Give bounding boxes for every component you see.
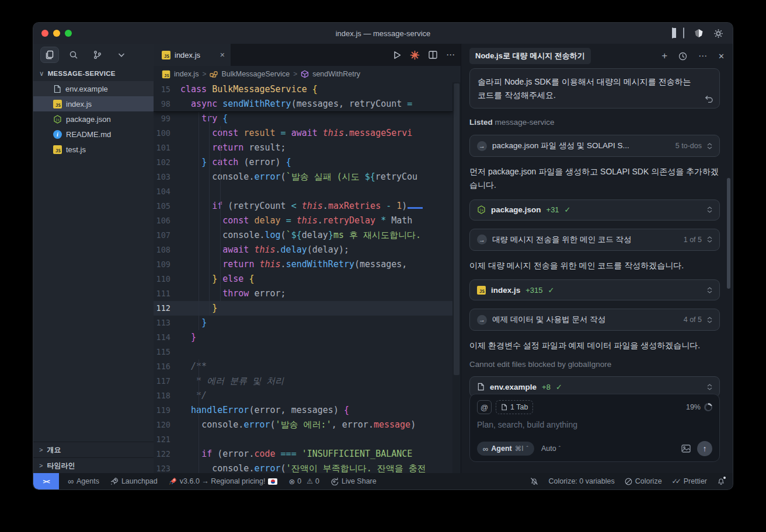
chevron-down-icon[interactable] (112, 47, 131, 63)
js-file-icon: JS (477, 286, 486, 295)
split-editor-icon[interactable] (429, 51, 437, 59)
history-icon[interactable] (678, 52, 687, 61)
colorize-variables-item[interactable]: Colorize: 0 variables (548, 477, 614, 485)
maximize-window-button[interactable] (65, 30, 72, 37)
code-line: 114 } (154, 330, 461, 345)
cube-icon[interactable] (694, 29, 704, 38)
restore-checkpoint-icon[interactable] (705, 95, 713, 103)
chat-header: Node.js로 대량 메시지 전송하기 + ⋯ ✕ (461, 44, 733, 64)
tab-index-js[interactable]: JS index.js × (154, 44, 231, 66)
file-icon (477, 383, 485, 391)
code-line: 109 return this.sendWithRetry(messages, (154, 257, 461, 272)
toggle-panel-icon[interactable] (683, 28, 684, 38)
activity-bar (33, 44, 154, 66)
code-line: 118 */ (154, 388, 461, 403)
outline-section[interactable]: > 개요 (33, 442, 154, 457)
problems-status-item[interactable]: ⊗ 0 ⚠ 0 (288, 477, 319, 486)
timeline-section[interactable]: > 타임라인 (33, 457, 154, 473)
expand-icon[interactable] (707, 317, 712, 323)
starburst-icon[interactable] (410, 50, 420, 60)
close-window-button[interactable] (41, 30, 48, 37)
js-file-icon: JS (162, 70, 170, 78)
todo-card-2[interactable]: → 대량 메시지 전송을 위한 메인 코드 작성 1 of 5 (469, 229, 720, 251)
toggle-primary-sidebar-icon[interactable] (672, 28, 673, 38)
svg-text:js: js (479, 208, 484, 212)
image-attach-icon[interactable] (681, 444, 691, 453)
editor-scrollbar[interactable] (452, 82, 461, 473)
code-line: 111 throw error; (154, 286, 461, 301)
code-editor[interactable]: 15class BulkMessageService {98 async sen… (154, 82, 461, 473)
remote-indicator[interactable]: >< (33, 473, 59, 489)
check-icon: ✓ (556, 383, 562, 391)
bell-icon[interactable] (717, 477, 725, 485)
mention-button[interactable]: @ (477, 400, 492, 414)
explorer-icon[interactable] (40, 47, 59, 63)
code-line: 110 } else { (154, 272, 461, 286)
code-line: 113 } (154, 316, 461, 330)
file-row-package-json[interactable]: js package.json (33, 111, 154, 127)
todo-card-1[interactable]: → package.json 파일 생성 및 SOLAPI S... 5 to-… (469, 135, 720, 157)
expand-icon[interactable] (707, 236, 712, 243)
slash-circle-icon (625, 478, 632, 485)
code-line: 120 console.error('발송 에러:', error.messag… (154, 418, 461, 432)
titlebar: index.js — message-service (33, 23, 733, 44)
panel-scrollbar[interactable] (727, 178, 730, 289)
class-symbol-icon (210, 71, 218, 78)
code-line: 101 return result; (154, 141, 461, 155)
user-message[interactable]: 솔라피 Node.js SDK를 이용해서 대량의 메시지를 전송하는 코드를 … (469, 68, 720, 108)
expand-icon[interactable] (707, 206, 712, 213)
chat-prompt-input[interactable] (477, 420, 712, 429)
code-line: 106 const delay = this.retryDelay * Math (154, 214, 461, 228)
chevron-right-icon: > (39, 446, 43, 453)
js-file-icon: JS (53, 145, 62, 154)
warning-icon: ⚠ (307, 477, 313, 485)
search-icon[interactable] (64, 47, 83, 63)
close-panel-icon[interactable]: ✕ (718, 52, 725, 61)
expand-icon[interactable] (707, 287, 712, 293)
chevron-right-icon: > (202, 70, 206, 78)
todo-card-3[interactable]: → 예제 데이터 및 사용법 문서 작성 4 of 5 (469, 309, 720, 331)
prettier-item[interactable]: ✓✓ Prettier (672, 477, 707, 485)
context-tab-chip[interactable]: 1 Tab (496, 400, 533, 414)
version-promo-item[interactable]: v3.6.0 → Regional pricing! (169, 477, 278, 485)
chat-input-box[interactable]: @ 1 Tab 19% ∞ Agent ⌘I (469, 394, 720, 462)
run-icon[interactable] (394, 51, 401, 60)
close-tab-icon[interactable]: × (220, 50, 225, 60)
file-row-readme-md[interactable]: i README.md (33, 127, 154, 142)
colorize-item[interactable]: Colorize (625, 477, 662, 485)
notifications-muted-icon[interactable] (530, 477, 538, 485)
assistant-text: 이제 대량 메시지 전송을 위한 메인 코드를 작성하겠습니다. (469, 259, 720, 272)
code-line: 102 } catch (error) { (154, 155, 461, 170)
file-card-package-json[interactable]: js package.json +31 ✓ (469, 200, 720, 220)
breadcrumb-file[interactable]: index.js (174, 70, 199, 78)
new-chat-icon[interactable]: + (661, 50, 667, 62)
agent-mode-selector[interactable]: ∞ Agent ⌘I ˆ (477, 442, 534, 456)
launchpad-status-item[interactable]: Launchpad (110, 477, 158, 485)
file-row-index-js[interactable]: JS index.js (33, 96, 154, 111)
file-row-test-js[interactable]: JS test.js (33, 142, 154, 157)
breadcrumb: JS index.js > BulkMessageService > sendW… (154, 66, 461, 82)
breadcrumb-class[interactable]: BulkMessageService (221, 70, 290, 78)
file-row-env-example[interactable]: env.example (33, 81, 154, 96)
assistant-text: 이제 환경변수 설정 파일과 예제 데이터 파일을 생성하겠습니다. (469, 339, 720, 352)
file-icon (501, 404, 507, 411)
arrow-right-icon: → (477, 235, 487, 244)
agents-status-item[interactable]: ∞ Agents (68, 477, 99, 486)
assistant-text: 먼저 package.json 파일을 생성하고 SOLAPI SDK 의존성을… (469, 165, 720, 191)
source-control-icon[interactable] (88, 47, 107, 63)
expand-icon[interactable] (707, 143, 712, 149)
file-card-index-js[interactable]: JS index.js +315 ✓ (469, 279, 720, 300)
expand-icon[interactable] (707, 384, 712, 390)
svg-text:js: js (55, 117, 60, 122)
model-selector[interactable]: Auto ˆ (541, 444, 560, 453)
chat-title-tab[interactable]: Node.js로 대량 메시지 전송하기 (469, 48, 591, 64)
breadcrumb-method[interactable]: sendWithRetry (312, 70, 360, 78)
send-button[interactable]: ↑ (697, 441, 712, 456)
minimize-window-button[interactable] (53, 30, 60, 37)
more-icon[interactable]: ⋯ (698, 51, 707, 61)
explorer-section-header[interactable]: ∨ MESSAGE-SERVICE (33, 66, 154, 81)
live-share-status-item[interactable]: Live Share (330, 477, 377, 485)
gear-icon[interactable] (713, 29, 723, 38)
more-actions-icon[interactable]: ⋯ (446, 50, 455, 60)
chevron-down-icon: ∨ (39, 69, 44, 78)
